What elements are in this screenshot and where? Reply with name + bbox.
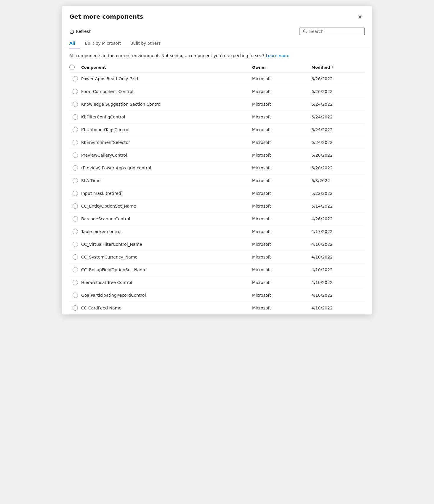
table-row[interactable]: Form Component Control Microsoft 6/26/20… [69, 85, 365, 98]
sort-arrow-icon: ↓ [331, 65, 334, 69]
row-component-14: CC_SystemCurrency_Name [81, 255, 252, 259]
row-owner-14: Microsoft [252, 255, 311, 259]
row-checkbox-cell [69, 89, 81, 94]
table-row[interactable]: Hierarchical Tree Control Microsoft 4/10… [69, 276, 365, 289]
tabs-bar: All Built by Microsoft Built by others [62, 38, 372, 49]
row-component-2: Knowledge Suggestion Section Control [81, 102, 252, 107]
row-checkbox-16[interactable] [73, 280, 78, 285]
row-component-11: BarcodeScannerControl [81, 216, 252, 221]
tab-all[interactable]: All [69, 38, 80, 49]
row-checkbox-2[interactable] [73, 102, 78, 107]
table-row[interactable]: CC_VirtualFilterControl_Name Microsoft 4… [69, 238, 365, 251]
row-modified-14: 4/10/2022 [311, 255, 365, 259]
row-modified-17: 4/10/2022 [311, 293, 365, 298]
tab-built-by-others[interactable]: Built by others [126, 38, 165, 49]
table-row[interactable]: PreviewGalleryControl Microsoft 6/20/202… [69, 149, 365, 162]
search-box [300, 28, 365, 35]
row-checkbox-9[interactable] [73, 191, 78, 196]
row-owner-10: Microsoft [252, 204, 311, 208]
row-checkbox-1[interactable] [73, 89, 78, 94]
row-modified-5: 6/24/2022 [311, 140, 365, 145]
row-owner-9: Microsoft [252, 191, 311, 196]
row-checkbox-10[interactable] [73, 203, 78, 209]
table-row[interactable]: KbFilterConfigControl Microsoft 6/24/202… [69, 111, 365, 123]
row-checkbox-cell [69, 305, 81, 311]
row-component-9: Input mask (retired) [81, 191, 252, 196]
search-input[interactable] [309, 29, 361, 34]
row-checkbox-3[interactable] [73, 114, 78, 120]
row-owner-3: Microsoft [252, 115, 311, 119]
table-row[interactable]: CC_SystemCurrency_Name Microsoft 4/10/20… [69, 251, 365, 264]
modified-col-header[interactable]: Modified ↓ [311, 65, 365, 70]
row-checkbox-cell [69, 280, 81, 285]
row-component-10: CC_EntityOptionSet_Name [81, 204, 252, 208]
row-checkbox-8[interactable] [73, 178, 78, 183]
row-owner-12: Microsoft [252, 229, 311, 234]
row-owner-11: Microsoft [252, 216, 311, 221]
table-row[interactable]: Input mask (retired) Microsoft 5/22/2022 [69, 187, 365, 200]
row-component-7: (Preview) Power Apps grid control [81, 166, 252, 170]
row-checkbox-5[interactable] [73, 140, 78, 145]
row-component-0: Power Apps Read-Only Grid [81, 76, 252, 81]
get-more-components-dialog: Get more components × Refresh All Built … [62, 6, 372, 314]
row-checkbox-18[interactable] [73, 305, 78, 311]
refresh-button[interactable]: Refresh [67, 27, 94, 36]
row-checkbox-cell [69, 242, 81, 247]
info-bar: All components in the current environmen… [62, 49, 372, 62]
table-row[interactable]: CC_RollupFieldOptionSet_Name Microsoft 4… [69, 264, 365, 276]
close-button[interactable]: × [355, 12, 365, 21]
row-checkbox-15[interactable] [73, 267, 78, 272]
row-component-12: Table picker control [81, 229, 252, 234]
table-row[interactable]: CC CardFeed Name Microsoft 4/10/2022 [69, 302, 365, 314]
table-row[interactable]: Table picker control Microsoft 4/17/2022 [69, 225, 365, 238]
table-row[interactable]: KbEnvironmentSelector Microsoft 6/24/202… [69, 136, 365, 149]
row-owner-17: Microsoft [252, 293, 311, 298]
row-modified-8: 6/3/2022 [311, 178, 365, 183]
row-owner-4: Microsoft [252, 127, 311, 132]
refresh-icon [69, 29, 74, 34]
row-owner-5: Microsoft [252, 140, 311, 145]
row-checkbox-14[interactable] [73, 254, 78, 260]
row-checkbox-cell [69, 165, 81, 171]
row-modified-6: 6/20/2022 [311, 153, 365, 158]
row-component-13: CC_VirtualFilterControl_Name [81, 242, 252, 247]
row-component-17: GoalParticipatingRecordControl [81, 293, 252, 298]
row-checkbox-4[interactable] [73, 127, 78, 132]
row-checkbox-cell [69, 153, 81, 158]
row-checkbox-cell [69, 216, 81, 221]
row-checkbox-cell [69, 76, 81, 81]
table-row[interactable]: SLA Timer Microsoft 6/3/2022 [69, 174, 365, 187]
components-table: Component Owner Modified ↓ Power Apps Re… [62, 62, 372, 314]
row-checkbox-7[interactable] [73, 165, 78, 171]
table-row[interactable]: (Preview) Power Apps grid control Micros… [69, 162, 365, 174]
info-text: All components in the current environmen… [69, 53, 265, 58]
table-row[interactable]: CC_EntityOptionSet_Name Microsoft 5/14/2… [69, 200, 365, 213]
table-row[interactable]: KbUnboundTagsControl Microsoft 6/24/2022 [69, 123, 365, 136]
row-checkbox-11[interactable] [73, 216, 78, 221]
row-owner-15: Microsoft [252, 267, 311, 272]
row-checkbox-cell [69, 254, 81, 260]
search-icon [303, 29, 308, 34]
row-modified-18: 4/10/2022 [311, 306, 365, 310]
table-row[interactable]: Knowledge Suggestion Section Control Mic… [69, 98, 365, 111]
table-row[interactable]: GoalParticipatingRecordControl Microsoft… [69, 289, 365, 302]
row-checkbox-17[interactable] [73, 293, 78, 298]
row-owner-7: Microsoft [252, 166, 311, 170]
row-checkbox-6[interactable] [73, 153, 78, 158]
row-checkbox-cell [69, 203, 81, 209]
learn-more-link[interactable]: Learn more [266, 53, 289, 58]
owner-col-header: Owner [252, 65, 311, 70]
svg-line-1 [306, 32, 307, 33]
row-checkbox-12[interactable] [73, 229, 78, 234]
row-owner-1: Microsoft [252, 89, 311, 94]
table-row[interactable]: BarcodeScannerControl Microsoft 4/26/202… [69, 213, 365, 225]
row-checkbox-13[interactable] [73, 242, 78, 247]
tab-built-by-microsoft[interactable]: Built by Microsoft [80, 38, 126, 49]
row-modified-1: 6/26/2022 [311, 89, 365, 94]
table-row[interactable]: Power Apps Read-Only Grid Microsoft 6/26… [69, 73, 365, 85]
row-owner-6: Microsoft [252, 153, 311, 158]
row-component-4: KbUnboundTagsControl [81, 127, 252, 132]
select-all-checkbox[interactable] [69, 65, 75, 70]
row-checkbox-0[interactable] [73, 76, 78, 81]
row-owner-13: Microsoft [252, 242, 311, 247]
